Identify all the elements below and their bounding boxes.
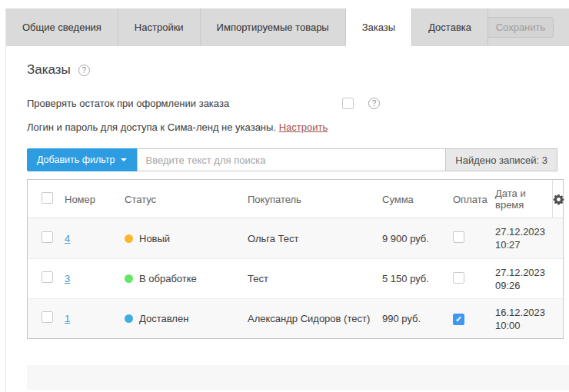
chevron-down-icon bbox=[121, 158, 127, 161]
header-number: Номер bbox=[65, 194, 125, 205]
row-select-checkbox[interactable] bbox=[42, 311, 53, 323]
add-filter-label: Добавить фильтр bbox=[37, 154, 115, 165]
tab-Общие сведения[interactable]: Общие сведения bbox=[6, 8, 118, 46]
order-paid-cell bbox=[453, 313, 495, 325]
save-button[interactable]: Сохранить bbox=[487, 17, 554, 38]
title-help-icon[interactable] bbox=[78, 65, 90, 76]
order-paid-checkbox[interactable] bbox=[453, 231, 464, 243]
row-select-cell bbox=[28, 311, 65, 326]
order-paid-checkbox[interactable] bbox=[453, 272, 464, 284]
tab-label: Доставка bbox=[428, 22, 471, 33]
tab-Доставка[interactable]: Доставка bbox=[412, 8, 488, 46]
order-date: 27.12.2023 bbox=[495, 266, 552, 279]
stock-check-row: Проверять остаток при оформлении заказа bbox=[27, 98, 557, 110]
table-row: 3 В обработке Тест 5 150 руб. 27.12.2023… bbox=[28, 258, 563, 298]
orders-table: Номер Статус Покупатель Сумма Оплата Дат… bbox=[27, 179, 564, 339]
records-found-badge: Найдено записей: 3 bbox=[445, 148, 557, 171]
order-paid-cell bbox=[453, 272, 495, 286]
stock-check-checkbox[interactable] bbox=[342, 98, 354, 109]
header-payment: Оплата bbox=[453, 194, 495, 205]
order-status-cell: Доставлен bbox=[125, 313, 248, 324]
add-filter-button[interactable]: Добавить фильтр bbox=[27, 148, 137, 171]
order-buyer: Ольга Тест bbox=[248, 233, 382, 244]
order-number-link[interactable]: 1 bbox=[65, 313, 70, 324]
header-status: Статус bbox=[125, 194, 248, 205]
table-settings-button[interactable] bbox=[552, 180, 564, 218]
page-title: Заказы bbox=[27, 62, 71, 78]
order-status-label: Доставлен bbox=[139, 313, 188, 324]
order-date: 16.12.2023 bbox=[495, 306, 552, 319]
order-status-cell: Новый bbox=[125, 233, 248, 244]
table-row: 1 Доставлен Александр Сидоров (тест) 990… bbox=[28, 298, 563, 338]
order-datetime: 27.12.2023 09:26 bbox=[495, 266, 552, 292]
order-time: 09:26 bbox=[495, 279, 552, 292]
order-date: 27.12.2023 bbox=[495, 225, 552, 238]
title-row: Заказы bbox=[27, 62, 557, 78]
table-header-row: Номер Статус Покупатель Сумма Оплата Дат… bbox=[28, 180, 563, 218]
row-select-cell bbox=[28, 231, 65, 246]
order-time: 10:27 bbox=[495, 238, 552, 251]
order-status-label: В обработке bbox=[139, 273, 197, 284]
order-buyer: Тест bbox=[248, 273, 382, 284]
order-number-link[interactable]: 3 bbox=[65, 273, 70, 284]
tab-label: Настройки bbox=[135, 22, 184, 33]
order-time: 10:00 bbox=[495, 319, 552, 332]
tabs-container: Общие сведения Настройки Импортируемые т… bbox=[6, 8, 488, 46]
orders-panel: Заказы Проверять остаток при оформлении … bbox=[6, 62, 569, 390]
order-datetime: 16.12.2023 10:00 bbox=[495, 306, 552, 332]
table-body: 4 Новый Ольга Тест 9 900 руб. 27.12.2023… bbox=[28, 218, 563, 338]
settings-page: Общие сведения Настройки Импортируемые т… bbox=[0, 0, 569, 392]
tab-Настройки[interactable]: Настройки bbox=[118, 8, 201, 46]
order-paid-checkbox[interactable] bbox=[453, 314, 464, 325]
stock-check-label: Проверять остаток при оформлении заказа bbox=[27, 98, 229, 109]
tab-Заказы[interactable]: Заказы bbox=[346, 8, 412, 46]
gear-icon bbox=[553, 194, 564, 205]
header-buyer: Покупатель bbox=[248, 194, 382, 205]
content-frame: Общие сведения Настройки Импортируемые т… bbox=[5, 8, 569, 392]
tab-bar: Общие сведения Настройки Импортируемые т… bbox=[6, 8, 569, 46]
order-status-label: Новый bbox=[139, 233, 170, 244]
filter-bar: Добавить фильтр Найдено записей: 3 bbox=[27, 148, 557, 171]
order-number-link[interactable]: 4 bbox=[65, 233, 70, 244]
status-dot-icon bbox=[125, 274, 133, 283]
tab-label: Заказы bbox=[362, 22, 395, 33]
tab-label: Общие сведения bbox=[22, 22, 101, 33]
order-status-cell: В обработке bbox=[125, 273, 248, 284]
row-select-cell bbox=[28, 271, 65, 286]
order-buyer: Александр Сидоров (тест) bbox=[248, 313, 382, 324]
order-datetime: 27.12.2023 10:27 bbox=[495, 225, 552, 251]
tab-Импортируемые товары[interactable]: Импортируемые товары bbox=[201, 8, 346, 46]
row-select-checkbox[interactable] bbox=[42, 271, 53, 283]
order-sum: 990 руб. bbox=[382, 313, 453, 324]
header-datetime: Дата и время bbox=[495, 188, 552, 211]
status-dot-icon bbox=[125, 314, 133, 323]
row-select-checkbox[interactable] bbox=[42, 231, 53, 243]
order-sum: 5 150 руб. bbox=[382, 273, 453, 284]
search-input[interactable] bbox=[137, 148, 446, 171]
select-all-checkbox[interactable] bbox=[42, 192, 53, 204]
bottom-band bbox=[27, 365, 569, 390]
header-select-cell bbox=[28, 192, 65, 207]
credentials-row: Логин и пароль для доступа к Сима-ленд н… bbox=[27, 121, 557, 133]
tab-label: Импортируемые товары bbox=[217, 22, 329, 33]
stock-check-help-icon[interactable] bbox=[368, 98, 380, 109]
header-sum: Сумма bbox=[382, 194, 453, 205]
order-sum: 9 900 руб. bbox=[382, 233, 453, 244]
credentials-text: Логин и пароль для доступа к Сима-ленд н… bbox=[27, 121, 276, 133]
status-dot-icon bbox=[125, 234, 133, 243]
order-paid-cell bbox=[453, 231, 495, 245]
table-row: 4 Новый Ольга Тест 9 900 руб. 27.12.2023… bbox=[28, 218, 563, 258]
configure-link[interactable]: Настроить bbox=[279, 121, 328, 133]
